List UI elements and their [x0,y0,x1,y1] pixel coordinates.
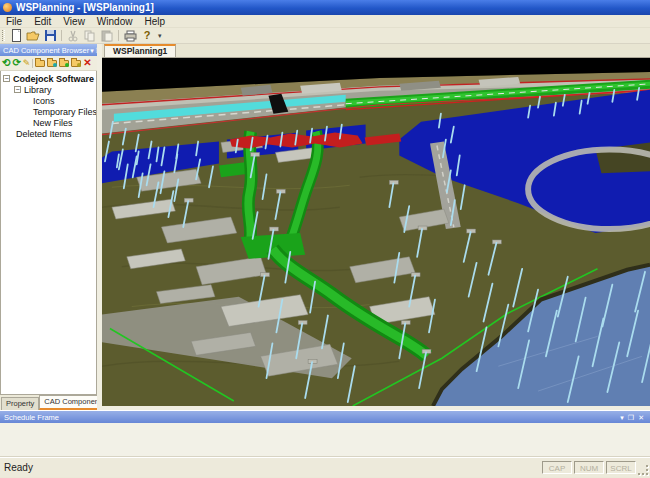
paste-icon [101,30,113,42]
delete-icon[interactable]: ✕ [83,58,91,68]
print-icon [124,30,137,42]
tree-item-deleted-items[interactable]: Deleted Items [3,128,96,139]
scroll-indicator: SCRL [606,461,636,474]
close-icon[interactable]: ✕ [636,414,646,421]
new-button[interactable] [8,29,24,43]
new-folder-icon[interactable] [35,60,45,67]
copy-button[interactable] [82,29,98,43]
status-bar: Ready CAP NUM SCRL [0,457,650,477]
toolbar-options-icon[interactable]: ▾ [156,32,164,40]
menu-help[interactable]: Help [138,16,171,27]
app-icon [3,3,12,12]
standard-toolbar: ? ▾ [0,28,650,44]
tree-item-label: New Files [33,118,73,128]
tree-item-temporary-files[interactable]: Temporary Files [3,106,96,117]
tree-item-icons[interactable]: Icons [3,95,96,106]
title-bar[interactable]: WSPlanning - [WSPlanning1] [0,0,650,15]
3d-planning-scene[interactable] [102,58,650,406]
tree-item-codejock-software[interactable]: − Codejock Software [3,73,96,84]
tree-item-new-files[interactable]: New Files [3,117,96,128]
toolbar-separator [61,30,62,41]
about-button[interactable]: ? [139,29,155,43]
num-indicator: NUM [574,461,604,474]
collapse-icon[interactable]: − [3,75,10,82]
menu-down-icon[interactable]: ▾ [618,414,626,421]
modify-folder-icon[interactable] [71,60,81,67]
menu-bar: File Edit View Window Help [0,15,650,28]
tab-property[interactable]: Property [1,397,39,410]
window-title: WSPlanning - [WSPlanning1] [16,2,154,13]
menu-window[interactable]: Window [91,16,139,27]
menu-view[interactable]: View [57,16,91,27]
status-message: Ready [4,462,540,473]
application-window: WSPlanning - [WSPlanning1] File Edit Vie… [0,0,650,478]
save-icon [44,29,57,42]
tree-item-library[interactable]: − Library [3,84,96,95]
resize-grip[interactable] [637,464,649,476]
toolbar-grip[interactable] [2,30,5,41]
component-tree: − Codejock Software − Library Icons Temp… [0,71,97,395]
sync-icon[interactable]: ⟳ [12,58,20,68]
panel-title: CAD Component Browser [3,46,89,55]
open-folder-icon[interactable] [47,60,57,67]
toolbar-separator [118,30,119,41]
tree-item-label: Library [24,85,52,95]
collapse-icon[interactable]: − [14,86,21,93]
3d-viewport[interactable] [102,58,650,406]
main-area: CAD Component Browser ▾ ❐ ✕ ⟲ ⟳ ✎ ✕ − [0,44,650,410]
panel-header[interactable]: CAD Component Browser ▾ ❐ ✕ [0,44,97,56]
edit-icon[interactable]: ✎ [23,59,31,68]
schedule-frame-body [0,423,650,457]
schedule-frame-title: Schedule Frame [4,413,59,422]
cut-icon [67,30,79,42]
tree-item-label: Icons [33,96,55,106]
panel-toolbar: ⟲ ⟳ ✎ ✕ [0,56,97,71]
tab-wsplanning1[interactable]: WSPlanning1 [104,44,176,57]
tree-item-label: Deleted Items [16,129,72,139]
copy-icon [84,30,96,42]
tree-item-label: Temporary Files [33,107,97,117]
panel-toolbar-separator [32,59,33,68]
document-tab-strip: WSPlanning1 [102,44,650,58]
open-icon [26,29,40,42]
cad-component-browser-panel: CAD Component Browser ▾ ❐ ✕ ⟲ ⟳ ✎ ✕ − [0,44,97,410]
open-button[interactable] [25,29,41,43]
menu-file[interactable]: File [0,16,28,27]
panel-tab-strip: Property CAD Component Browser [0,395,97,410]
new-icon [10,29,23,42]
tree-item-label: Codejock Software [13,74,94,84]
menu-edit[interactable]: Edit [28,16,57,27]
save-button[interactable] [42,29,58,43]
paste-button[interactable] [99,29,115,43]
schedule-frame-bar[interactable]: Schedule Frame ▾ ❐ ✕ [0,410,650,423]
cut-button[interactable] [65,29,81,43]
about-icon: ? [144,30,151,41]
caps-indicator: CAP [542,461,572,474]
print-button[interactable] [122,29,138,43]
add-folder-icon[interactable] [59,60,69,67]
float-icon[interactable]: ❐ [626,414,636,421]
refresh-icon[interactable]: ⟲ [2,58,10,68]
document-area: WSPlanning1 [102,44,650,410]
